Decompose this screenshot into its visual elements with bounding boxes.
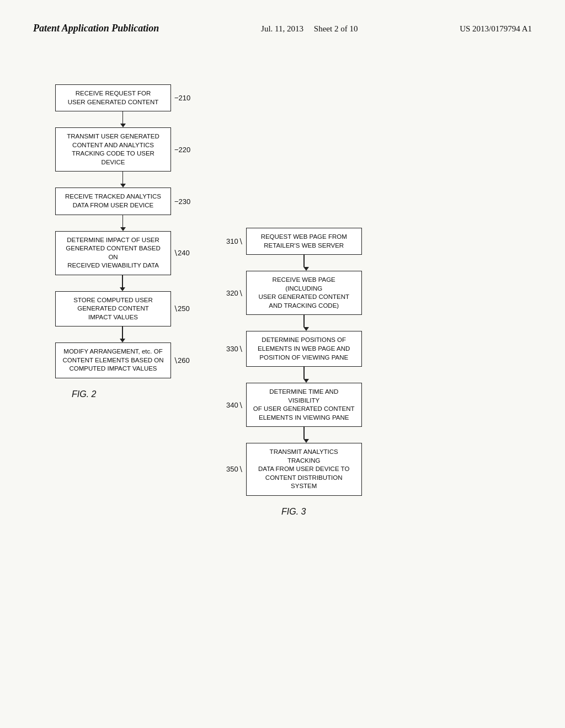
label-220: −220	[174, 146, 190, 154]
flow-step-310: 310∖ REQUEST WEB PAGE FROM RETAILER'S WE…	[226, 228, 362, 271]
flow-step-320: 320∖ RECEIVE WEB PAGE (INCLUDING USER GE…	[226, 271, 362, 331]
box-250: STORE COMPUTED USER GENERATED CONTENT IM…	[55, 291, 171, 327]
label-230: −230	[174, 197, 190, 206]
box-350: TRANSMIT ANALYTICS TRACKING DATA FROM US…	[246, 443, 362, 496]
flow-step-220: TRANSMIT USER GENERATED CONTENT AND ANAL…	[55, 127, 190, 188]
fig2-flowchart: RECEIVE REQUEST FOR USER GENERATED CONTE…	[44, 57, 204, 399]
flow-step-330: 330∖ DETERMINE POSITIONS OF ELEMENTS IN …	[226, 331, 362, 383]
flow-step-230: RECEIVE TRACKED ANALYTICS DATA FROM USER…	[55, 188, 190, 231]
box-240: DETERMINE IMPACT OF USER GENERATED CONTE…	[55, 231, 171, 275]
label-330: 330∖	[226, 345, 243, 353]
flow-step-210: RECEIVE REQUEST FOR USER GENERATED CONTE…	[55, 84, 190, 127]
publication-date-sheet: Jul. 11, 2013 Sheet 2 of 10	[261, 22, 358, 34]
fig3-flowchart: 310∖ REQUEST WEB PAGE FROM RETAILER'S WE…	[226, 57, 392, 516]
sheet-info: Sheet 2 of 10	[314, 24, 358, 33]
box-330: DETERMINE POSITIONS OF ELEMENTS IN WEB P…	[246, 331, 362, 367]
flow-step-260: MODIFY ARRANGEMENT, etc. OF CONTENT ELEM…	[55, 342, 190, 378]
label-340: 340∖	[226, 401, 243, 409]
flow-step-250: STORE COMPUTED USER GENERATED CONTENT IM…	[55, 291, 190, 343]
flow-step-350: 350∖ TRANSMIT ANALYTICS TRACKING DATA FR…	[226, 443, 362, 496]
box-210: RECEIVE REQUEST FOR USER GENERATED CONTE…	[55, 84, 171, 111]
label-310: 310∖	[226, 237, 243, 245]
flow-step-240: DETERMINE IMPACT OF USER GENERATED CONTE…	[55, 231, 190, 291]
page-header: Patent Application Publication Jul. 11, …	[0, 0, 565, 46]
label-260: ∖260	[173, 356, 190, 365]
label-210: −210	[174, 94, 190, 102]
label-320: 320∖	[226, 289, 243, 297]
label-350: 350∖	[226, 465, 243, 473]
box-230: RECEIVE TRACKED ANALYTICS DATA FROM USER…	[55, 188, 171, 215]
box-260: MODIFY ARRANGEMENT, etc. OF CONTENT ELEM…	[55, 342, 171, 378]
label-250: ∖250	[173, 304, 190, 313]
box-320: RECEIVE WEB PAGE (INCLUDING USER GENERAT…	[246, 271, 362, 315]
flow-step-340: 340∖ DETERMINE TIME AND VISIBILITY OF US…	[226, 383, 362, 443]
fig2-label: FIG. 2	[72, 389, 96, 399]
fig3-label: FIG. 3	[281, 507, 306, 517]
publication-title: Patent Application Publication	[33, 22, 159, 35]
patent-number: US 2013/0179794 A1	[460, 22, 532, 34]
label-240: ∖240	[173, 249, 190, 257]
page: Patent Application Publication Jul. 11, …	[0, 0, 565, 728]
box-310: REQUEST WEB PAGE FROM RETAILER'S WEB SER…	[246, 228, 362, 255]
box-340: DETERMINE TIME AND VISIBILITY OF USER GE…	[246, 383, 362, 427]
publication-date: Jul. 11, 2013	[261, 24, 303, 33]
box-220: TRANSMIT USER GENERATED CONTENT AND ANAL…	[55, 127, 171, 172]
